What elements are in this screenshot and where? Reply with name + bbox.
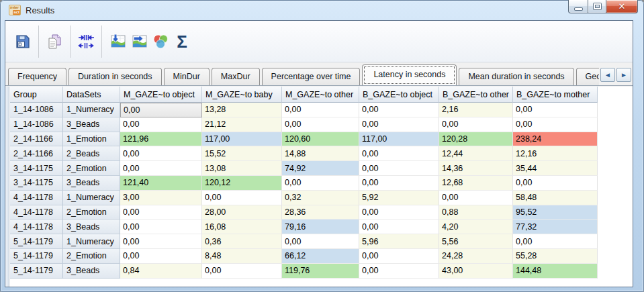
value-cell[interactable]: 119,76 (282, 264, 359, 279)
value-cell[interactable]: 0,00 (120, 234, 202, 249)
tab-duration-in-seconds[interactable]: Duration in seconds (68, 68, 161, 85)
value-cell[interactable]: 117,00 (359, 132, 439, 147)
value-cell[interactable]: 0,00 (513, 234, 598, 249)
value-cell[interactable]: 0,00 (439, 191, 513, 205)
row-dataset-cell[interactable]: 2_Beads (63, 146, 120, 161)
value-cell[interactable]: 55,28 (513, 249, 598, 264)
value-cell[interactable]: 121,96 (120, 132, 202, 147)
compare-button[interactable] (150, 30, 171, 54)
value-cell[interactable]: 238,24 (513, 132, 598, 147)
chart-import-button[interactable] (107, 30, 128, 54)
value-cell[interactable]: 121,40 (120, 176, 202, 191)
value-cell[interactable]: 144,48 (513, 264, 598, 279)
value-cell[interactable]: 8,48 (202, 249, 282, 264)
value-cell[interactable]: 0,00 (282, 234, 359, 249)
row-dataset-cell[interactable]: 3_Beads (63, 220, 120, 234)
row-group-cell[interactable]: 1_14-1086 (10, 117, 63, 132)
value-cell[interactable]: 0,00 (359, 161, 439, 176)
tab-scroll-left-button[interactable]: ◄ (600, 68, 615, 82)
value-cell[interactable]: 0,00 (513, 117, 598, 132)
row-dataset-cell[interactable]: 1_Numeracy (63, 191, 120, 205)
value-cell[interactable]: 24,28 (439, 249, 513, 264)
row-group-cell[interactable]: 1_14-1086 (10, 103, 63, 117)
value-cell[interactable]: 5,92 (359, 191, 439, 205)
value-cell[interactable]: 0,00 (439, 117, 513, 132)
value-cell[interactable]: 120,60 (282, 132, 359, 147)
value-cell[interactable]: 43,00 (439, 264, 513, 279)
value-cell[interactable]: 0,00 (513, 176, 598, 191)
fit-column-width-button[interactable] (75, 30, 97, 54)
row-group-cell[interactable]: 3_14-1175 (10, 176, 63, 191)
row-dataset-cell[interactable]: 3_Beads (63, 176, 120, 191)
value-cell[interactable]: 13,08 (202, 161, 282, 176)
row-group-cell[interactable]: 2_14-1166 (10, 146, 63, 161)
row-group-cell[interactable]: 5_14-1179 (10, 234, 63, 249)
value-cell[interactable]: 0,00 (120, 103, 202, 117)
row-group-cell[interactable]: 4_14-1178 (10, 220, 63, 234)
tab-scroll-right-button[interactable]: ► (616, 68, 631, 82)
value-cell[interactable]: 12,16 (513, 146, 598, 161)
value-cell[interactable]: 14,36 (439, 161, 513, 176)
row-dataset-cell[interactable]: 3_Beads (63, 117, 120, 132)
row-group-cell[interactable]: 2_14-1166 (10, 132, 63, 147)
maximize-button[interactable] (588, 0, 606, 13)
value-cell[interactable]: 0,00 (120, 146, 202, 161)
value-cell[interactable]: 28,00 (202, 205, 282, 220)
value-cell[interactable]: 0,00 (120, 161, 202, 176)
row-group-cell[interactable]: 4_14-1178 (10, 205, 63, 220)
tab-mean-duration-in-seconds[interactable]: Mean duration in seconds (459, 68, 573, 85)
column-header[interactable]: M_GAZE~to other (282, 87, 359, 103)
row-dataset-cell[interactable]: 1_Emotion (63, 132, 120, 147)
value-cell[interactable]: 5,96 (359, 234, 439, 249)
value-cell[interactable]: 117,00 (202, 132, 282, 147)
row-dataset-cell[interactable]: 3_Beads (63, 264, 120, 279)
value-cell[interactable]: 0,00 (120, 117, 202, 132)
value-cell[interactable]: 74,92 (282, 161, 359, 176)
value-cell[interactable]: 12,44 (439, 146, 513, 161)
row-dataset-cell[interactable]: 1_Numeracy (63, 103, 120, 117)
tab-mindur[interactable]: MinDur (164, 68, 210, 85)
value-cell[interactable]: 28,36 (282, 205, 359, 220)
value-cell[interactable]: 4,20 (439, 220, 513, 234)
value-cell[interactable]: 0,00 (513, 103, 598, 117)
column-header[interactable]: M_GAZE~to object (120, 87, 202, 103)
value-cell[interactable]: 0,00 (359, 220, 439, 234)
column-header[interactable]: B_GAZE~to mother (513, 87, 598, 103)
tab-geometric-mean-dura[interactable]: Geometric mean dura (576, 68, 599, 85)
row-dataset-cell[interactable]: 1_Numeracy (63, 234, 120, 249)
value-cell[interactable]: 79,16 (282, 220, 359, 234)
interact-logo-icon[interactable]: inter act (9, 5, 21, 15)
column-header[interactable]: B_GAZE~to object (359, 87, 439, 103)
value-cell[interactable]: 0,00 (282, 117, 359, 132)
value-cell[interactable]: 2,16 (439, 103, 513, 117)
row-group-cell[interactable]: 4_14-1178 (10, 191, 63, 205)
value-cell[interactable]: 0,00 (359, 249, 439, 264)
value-cell[interactable]: 95,52 (513, 205, 598, 220)
value-cell[interactable]: 0,32 (282, 191, 359, 205)
value-cell[interactable]: 0,00 (359, 205, 439, 220)
value-cell[interactable]: 0,00 (359, 176, 439, 191)
value-cell[interactable]: 0,00 (120, 249, 202, 264)
value-cell[interactable]: 0,00 (202, 191, 282, 205)
tab-frequency[interactable]: Frequency (8, 68, 66, 85)
close-button[interactable]: ✕ (606, 0, 638, 13)
column-header[interactable]: DataSets (63, 87, 120, 103)
chart-export-button[interactable] (128, 30, 150, 54)
value-cell[interactable]: 0,00 (120, 205, 202, 220)
value-cell[interactable]: 3,00 (120, 191, 202, 205)
value-cell[interactable]: 0,00 (282, 103, 359, 117)
value-cell[interactable]: 16,08 (202, 220, 282, 234)
value-cell[interactable]: 0,00 (282, 176, 359, 191)
value-cell[interactable]: 13,28 (202, 103, 282, 117)
tab-latency-in-seconds[interactable]: Latency in seconds (362, 64, 457, 85)
value-cell[interactable]: 58,48 (513, 191, 598, 205)
value-cell[interactable]: 0,36 (202, 234, 282, 249)
tab-maxdur[interactable]: MaxDur (212, 68, 260, 85)
value-cell[interactable]: 0,00 (202, 264, 282, 279)
value-cell[interactable]: 12,68 (439, 176, 513, 191)
value-cell[interactable]: 0,84 (120, 264, 202, 279)
value-cell[interactable]: 5,56 (439, 234, 513, 249)
sum-button[interactable]: Σ (171, 30, 193, 54)
copy-button[interactable] (44, 30, 65, 54)
value-cell[interactable]: 21,12 (202, 117, 282, 132)
